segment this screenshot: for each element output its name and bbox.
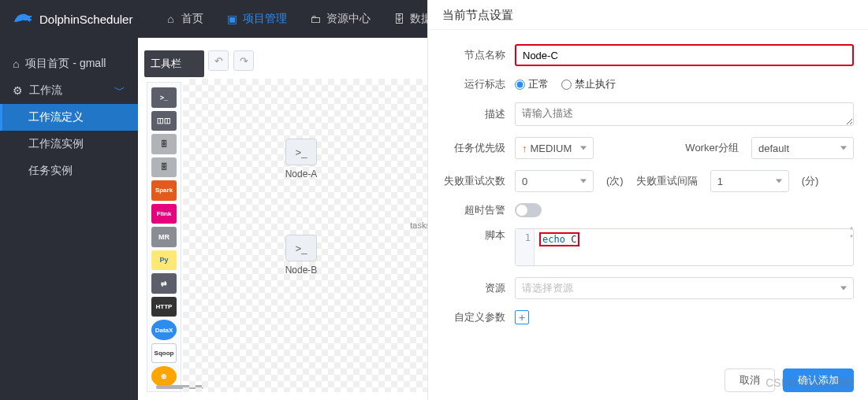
folder-icon: 🗀 bbox=[309, 13, 322, 25]
script-editor[interactable]: 1 echo C ▴▾ bbox=[515, 228, 854, 266]
palette-mr[interactable]: MR bbox=[151, 227, 177, 247]
label-retry-interval: 失败重试间隔 bbox=[636, 174, 698, 188]
palette-datax[interactable]: DataX bbox=[151, 320, 177, 340]
worker-group-select[interactable]: default bbox=[751, 137, 854, 159]
svg-rect-1 bbox=[24, 19, 32, 20]
palette-sql[interactable]: 🗄 bbox=[151, 134, 177, 154]
panel-title: 当前节点设置 bbox=[428, 0, 868, 30]
palette-sqoop[interactable]: Sqoop bbox=[151, 343, 177, 364]
chevron-down-icon: ﹀ bbox=[114, 83, 125, 98]
gear-icon: ⚙ bbox=[13, 84, 23, 97]
home-icon: ⌂ bbox=[13, 57, 19, 70]
redo-button[interactable]: ↷ bbox=[233, 50, 254, 71]
node-name-input[interactable] bbox=[515, 44, 854, 66]
svg-rect-0 bbox=[24, 16, 32, 17]
sidebar-workflow-def[interactable]: 工作流定义 bbox=[0, 104, 138, 131]
confirm-button[interactable]: 确认添加 bbox=[783, 369, 854, 392]
node-settings-panel: 当前节点设置 节点名称 运行标志 正常 禁止执行 描述 任务优先级 ↑MEDIU… bbox=[427, 0, 868, 400]
settings-form: 节点名称 运行标志 正常 禁止执行 描述 任务优先级 ↑MEDIUM Worke… bbox=[428, 30, 868, 383]
palette-dependent[interactable]: ⇄ bbox=[151, 273, 177, 294]
label-custom-params: 自定义参数 bbox=[428, 310, 515, 324]
priority-select[interactable]: ↑MEDIUM bbox=[515, 137, 594, 159]
label-script: 脚本 bbox=[428, 228, 515, 243]
add-param-button[interactable]: + bbox=[515, 310, 529, 324]
palette-procedure[interactable]: 🗄 bbox=[151, 157, 177, 178]
nav-resource[interactable]: 🗀 资源中心 bbox=[309, 12, 371, 26]
sidebar: ⌂ 项目首页 - gmall ⚙ 工作流 ﹀ 工作流定义 工作流实例 任务实例 bbox=[0, 38, 138, 400]
radio-forbid[interactable]: 禁止执行 bbox=[561, 77, 616, 91]
desc-textarea[interactable] bbox=[515, 102, 854, 126]
retry-count-select[interactable]: 0 bbox=[515, 170, 594, 192]
brand-name: DolphinScheduler bbox=[39, 13, 132, 26]
sidebar-workflow-inst[interactable]: 工作流实例 bbox=[0, 131, 138, 157]
dolphin-icon bbox=[13, 11, 33, 27]
palette-python[interactable]: Py bbox=[151, 250, 177, 271]
workflow-canvas[interactable]: >_ Node-A >_ Node-B tasks bbox=[183, 79, 427, 392]
canvas-node-b[interactable]: >_ Node-B bbox=[278, 235, 325, 276]
task-palette: >_ ◫◫ 🗄 🗄 Spark Flink MR Py ⇄ HTTP DataX… bbox=[147, 82, 181, 392]
resize-handle-icon[interactable]: ▴▾ bbox=[849, 223, 854, 240]
label-priority: 任务优先级 bbox=[428, 141, 515, 155]
toolbar-buttons: ↶ ↷ bbox=[208, 50, 254, 71]
label-worker-group: Worker分组 bbox=[685, 141, 739, 155]
label-timeout: 超时告警 bbox=[428, 203, 515, 217]
palette-flink[interactable]: Flink bbox=[151, 204, 177, 224]
sidebar-workflow[interactable]: ⚙ 工作流 ﹀ bbox=[0, 77, 138, 104]
arrow-up-icon: ↑ bbox=[522, 143, 527, 154]
palette-spark[interactable]: Spark bbox=[151, 180, 177, 201]
code-gutter: 1 bbox=[516, 229, 535, 265]
sidebar-project-home[interactable]: ⌂ 项目首页 - gmall bbox=[0, 50, 138, 77]
palette-conditions[interactable]: ⊕ bbox=[151, 366, 177, 387]
resource-select[interactable]: 请选择资源 bbox=[515, 277, 854, 299]
database-icon: 🗄 bbox=[393, 13, 405, 25]
toolbar-label: 工具栏 bbox=[144, 50, 204, 77]
timeout-switch[interactable] bbox=[515, 203, 542, 217]
label-resource: 资源 bbox=[428, 281, 515, 295]
palette-shell[interactable]: >_ bbox=[151, 87, 177, 108]
nav-project[interactable]: ▣ 项目管理 bbox=[225, 12, 287, 26]
top-nav: ⌂ 首页 ▣ 项目管理 🗀 资源中心 🗄 数据源 bbox=[164, 12, 443, 26]
shell-icon: >_ bbox=[285, 139, 317, 165]
palette-http[interactable]: HTTP bbox=[151, 297, 177, 317]
label-run-flag: 运行标志 bbox=[428, 77, 515, 91]
canvas-node-a[interactable]: >_ Node-A bbox=[278, 139, 325, 180]
panel-footer: 取消 确认添加 bbox=[725, 369, 854, 392]
project-icon: ▣ bbox=[225, 13, 238, 25]
brand-logo: DolphinScheduler bbox=[13, 11, 132, 27]
shell-icon: >_ bbox=[285, 235, 317, 261]
undo-button[interactable]: ↶ bbox=[208, 50, 229, 71]
home-icon: ⌂ bbox=[164, 13, 177, 25]
label-desc: 描述 bbox=[428, 107, 515, 121]
retry-count-unit: (次) bbox=[606, 174, 624, 188]
palette-subprocess[interactable]: ◫◫ bbox=[151, 111, 177, 131]
sidebar-task-inst[interactable]: 任务实例 bbox=[0, 157, 138, 184]
radio-normal[interactable]: 正常 bbox=[515, 77, 549, 91]
retry-interval-unit: (分) bbox=[802, 174, 819, 188]
nav-home[interactable]: ⌂ 首页 bbox=[164, 12, 203, 26]
retry-interval-select[interactable]: 1 bbox=[710, 170, 789, 192]
label-node-name: 节点名称 bbox=[428, 48, 515, 62]
cancel-button[interactable]: 取消 bbox=[725, 369, 775, 392]
label-retry-count: 失败重试次数 bbox=[428, 174, 515, 188]
